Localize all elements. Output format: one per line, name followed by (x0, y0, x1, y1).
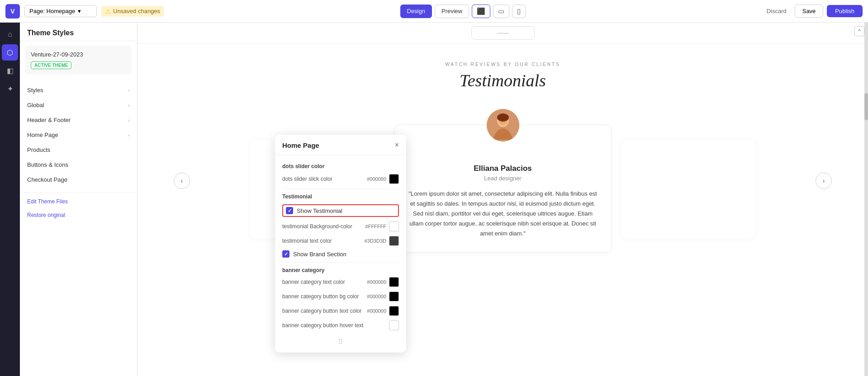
warning-icon: ⚠ (105, 8, 111, 15)
quote-text: "Lorem ipsum dolor sit amet, consectetur… (408, 189, 598, 239)
sidebar-item-buttons-icons[interactable]: Buttons & Icons (20, 157, 137, 172)
dots-slider-label: dots slider color (282, 163, 399, 169)
sidebar-item-styles[interactable]: Styles › (20, 83, 137, 98)
show-brand-row: Show Brand Section (282, 250, 399, 258)
testimonial-text-hex: #3D3D3D (365, 238, 386, 244)
rail-icon-star[interactable]: ✦ (2, 80, 18, 97)
carousel-arrow-left[interactable]: ‹ (174, 173, 190, 189)
banner-category-label: banner category (282, 267, 399, 273)
card-body: Elliana Palacios Lead designer "Lorem ip… (408, 164, 598, 239)
show-testimonial-checkbox[interactable] (286, 207, 293, 214)
page-selector-label: Page: Homepage (29, 8, 75, 14)
banner-text-label: banner category text color (282, 279, 345, 285)
show-testimonial-label: Show Testimonial (297, 207, 342, 214)
banner-text-swatch-group: #000000 (367, 277, 399, 287)
sidebar-item-home-page-label: Home Page (27, 132, 58, 138)
banner-btn-bg-row: banner category button bg color #000000 (282, 291, 399, 301)
save-button[interactable]: Save (795, 5, 824, 18)
drag-handle[interactable]: ⠿ (282, 335, 399, 346)
tablet-view-button[interactable]: ▭ (493, 5, 509, 18)
section-subtitle: WATCH REVIEWS BY OUR CLIENTS (445, 62, 560, 67)
dots-slider-swatch-group: #000000 (367, 174, 399, 184)
sidebar-item-checkout-label: Checkout Page (27, 176, 67, 183)
banner-hover-text-label: banner category button hover text (282, 322, 363, 329)
testimonial-carousel: ‹ (147, 108, 859, 253)
carousel-arrow-right[interactable]: › (816, 173, 832, 189)
dots-slider-swatch[interactable] (389, 174, 399, 184)
sidebar-item-home-page[interactable]: Home Page › (20, 127, 137, 142)
chevron-right-icon: › (128, 88, 130, 93)
banner-btn-text-swatch[interactable] (389, 306, 399, 316)
sidebar-menu: Styles › Global › Header & Footer › Home… (20, 79, 137, 191)
banner-btn-bg-hex: #000000 (367, 294, 386, 299)
sidebar-item-header-footer[interactable]: Header & Footer › (20, 113, 137, 127)
banner-hover-text-swatch-group (386, 320, 399, 330)
canvas-content: ─── WATCH REVIEWS BY OUR CLIENTS Testimo… (138, 23, 868, 376)
avatar (487, 109, 519, 141)
panel-title: Home Page (282, 141, 319, 149)
collapsed-section-bar[interactable]: ─── (471, 26, 535, 40)
sidebar: Theme Styles Venture-27-09-2023 ACTIVE T… (20, 23, 138, 376)
banner-btn-text-row: banner category button text color #00000… (282, 306, 399, 316)
tablet-icon: ▭ (498, 7, 504, 15)
homepage-panel: Home Page × dots slider color dots slide… (275, 135, 406, 352)
icon-rail: ⌂ ⬡ ◧ ✦ (0, 23, 20, 376)
edit-theme-files-link[interactable]: Edit Theme Files (20, 195, 137, 208)
sidebar-item-products[interactable]: Products (20, 142, 137, 157)
sidebar-item-styles-label: Styles (27, 87, 43, 94)
canvas-scrollbar-thumb (864, 93, 868, 120)
banner-btn-text-swatch-group: #000000 (367, 306, 399, 316)
testimonial-text-swatch[interactable] (389, 236, 399, 246)
panel-header: Home Page × (275, 135, 406, 155)
panel-close-button[interactable]: × (395, 141, 399, 149)
banner-btn-bg-swatch[interactable] (389, 291, 399, 301)
banner-text-swatch[interactable] (389, 277, 399, 287)
banner-btn-text-label: banner category button text color (282, 308, 361, 314)
testimonial-text-swatch-group: #3D3D3D (365, 236, 399, 246)
testimonial-text-label: testimonial text color (282, 238, 332, 244)
sidebar-item-global[interactable]: Global › (20, 98, 137, 113)
active-theme-badge: ACTIVE THEME (31, 61, 71, 69)
chevron-right-icon: › (128, 103, 130, 108)
dots-slider-slick-label: dots slider slick color (282, 176, 332, 182)
banner-btn-bg-label: banner category button bg color (282, 293, 359, 300)
dots-slider-hex: #000000 (367, 176, 386, 182)
rail-icon-layers[interactable]: ◧ (2, 62, 18, 79)
rail-icon-home[interactable]: ⌂ (2, 26, 18, 42)
discard-button[interactable]: Discard (762, 5, 791, 17)
testimonial-bg-color-row: testimonial Background-color #FFFFFF (282, 221, 399, 231)
show-brand-checkbox[interactable] (282, 250, 289, 258)
collapse-button[interactable]: ^ (854, 26, 864, 36)
desktop-view-button[interactable]: ⬛ (472, 5, 490, 18)
sidebar-item-global-label: Global (27, 102, 44, 108)
avatar-inner (487, 109, 519, 141)
canvas-scrollbar[interactable] (864, 23, 868, 376)
page-selector[interactable]: Page: Homepage ▾ (24, 5, 97, 17)
sidebar-item-products-label: Products (27, 146, 50, 153)
testimonial-bg-hex: #FFFFFF (365, 224, 386, 229)
sidebar-title: Theme Styles (20, 23, 137, 41)
preview-button[interactable]: Preview (435, 5, 469, 18)
publish-button[interactable]: Publish (827, 5, 863, 17)
restore-original-link[interactable]: Restore original (20, 208, 137, 222)
topbar: V Page: Homepage ▾ ⚠ Unsaved changes Des… (0, 0, 868, 23)
canvas-area: ^ ─── WATCH REVIEWS BY OUR CLIENTS Testi… (138, 23, 868, 376)
banner-btn-text-hex: #000000 (367, 308, 386, 314)
unsaved-changes-badge: ⚠ Unsaved changes (101, 6, 164, 17)
mobile-view-button[interactable]: ▯ (512, 5, 526, 18)
show-testimonial-row: Show Testimonial (282, 204, 399, 217)
banner-text-color-row: banner category text color #000000 (282, 277, 399, 287)
rail-icon-brush[interactable]: ⬡ (2, 44, 18, 61)
banner-hover-text-swatch[interactable] (389, 320, 399, 330)
show-brand-label: Show Brand Section (293, 251, 346, 258)
dots-slider-color-row: dots slider slick color #000000 (282, 174, 399, 184)
sidebar-item-header-footer-label: Header & Footer (27, 117, 71, 123)
chevron-down-icon: ▾ (78, 8, 81, 14)
design-button[interactable]: Design (400, 5, 432, 18)
banner-hover-text-row: banner category button hover text (282, 320, 399, 330)
testimonial-card-right (621, 139, 756, 239)
testimonial-bg-label: testimonial Background-color (282, 223, 352, 230)
testimonial-text-color-row: testimonial text color #3D3D3D (282, 236, 399, 246)
sidebar-item-checkout[interactable]: Checkout Page (20, 172, 137, 187)
testimonial-bg-swatch[interactable] (389, 221, 399, 231)
